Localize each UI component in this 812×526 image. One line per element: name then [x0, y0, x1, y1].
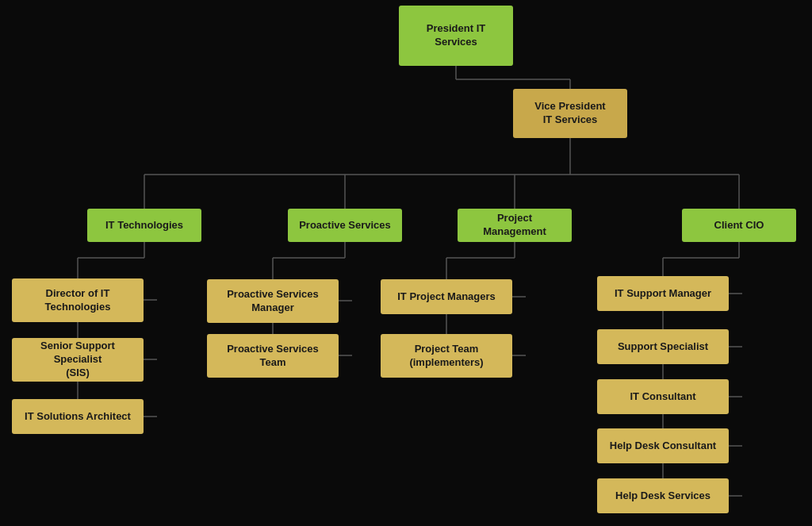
director-it-node: Director of ITTechnologies	[12, 278, 144, 322]
proactive-team-node: Proactive ServicesTeam	[207, 334, 339, 378]
it-support-manager-node: IT Support Manager	[597, 276, 729, 311]
project-management-node: Project Management	[458, 209, 572, 242]
project-team-node: Project Team(implementers)	[381, 334, 512, 378]
help-desk-consultant-node: Help Desk Consultant	[597, 428, 729, 463]
support-specialist-node: Support Specialist	[597, 329, 729, 364]
it-project-managers-node: IT Project Managers	[381, 279, 512, 314]
proactive-manager-node: Proactive ServicesManager	[207, 279, 339, 323]
client-cio-node: Client CIO	[682, 209, 796, 242]
org-chart: President IT Services Vice PresidentIT S…	[0, 0, 812, 526]
it-consultant-node: IT Consultant	[597, 379, 729, 414]
proactive-services-node: Proactive Services	[288, 209, 402, 242]
it-technologies-node: IT Technologies	[87, 209, 201, 242]
senior-support-node: Senior Support Specialist(SIS)	[12, 338, 144, 382]
vp-node: Vice PresidentIT Services	[513, 89, 627, 138]
president-node: President IT Services	[399, 6, 513, 66]
it-solutions-node: IT Solutions Architect	[12, 399, 144, 434]
help-desk-services-node: Help Desk Services	[597, 478, 729, 513]
